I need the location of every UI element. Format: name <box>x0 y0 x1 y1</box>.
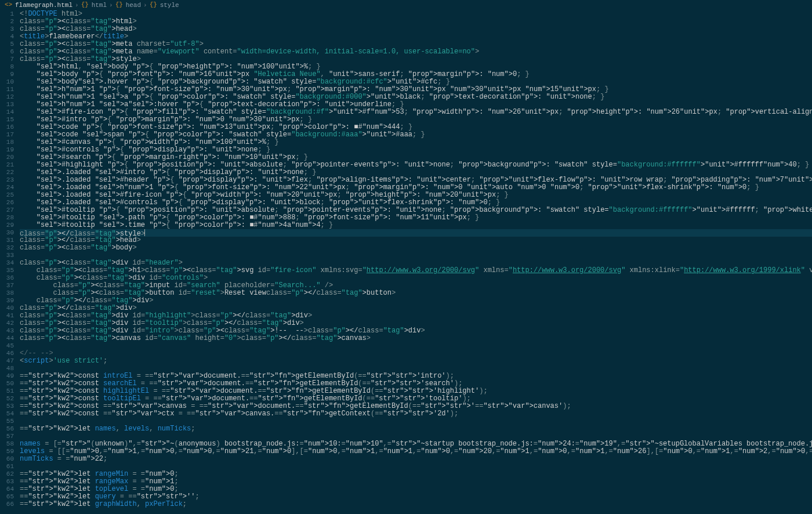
line-number: 24 <box>0 184 14 191</box>
line-number: 54 <box>0 410 14 418</box>
line-number: 49 <box>0 372 14 380</box>
code-editor[interactable]: 1234567891011121314151617181920212223242… <box>0 10 812 514</box>
breadcrumb-label: html <box>92 2 107 9</box>
breadcrumb: <> flamegraph.html › {} html › {} head ›… <box>0 0 812 10</box>
code-area[interactable]: <!DOCTYPE html>class="p"><class="tag">ht… <box>20 10 812 514</box>
breadcrumb-label: style <box>160 2 179 9</box>
line-number: 48 <box>0 365 14 372</box>
code-line[interactable]: =="str">"kw2">let graphWidth, pxPerTick; <box>20 501 812 508</box>
line-number: 39 <box>0 297 14 305</box>
element-icon: {} <box>115 1 124 9</box>
chevron-right-icon: › <box>75 2 79 9</box>
line-number: 3 <box>0 26 14 33</box>
line-number: 62 <box>0 470 14 478</box>
line-number: 38 <box>0 289 14 297</box>
line-number-gutter: 1234567891011121314151617181920212223242… <box>0 10 20 514</box>
code-line[interactable]: <!DOCTYPE html> <box>20 10 812 18</box>
line-number: 17 <box>0 131 14 139</box>
line-number: 57 <box>0 433 14 440</box>
line-number: 5 <box>0 41 14 48</box>
line-number: 51 <box>0 388 14 395</box>
line-number: 11 <box>0 86 14 93</box>
code-line[interactable]: class="p"><class="tag">body> <box>20 244 812 252</box>
line-number: 65 <box>0 493 14 501</box>
line-number: 18 <box>0 139 14 146</box>
line-number: 6 <box>0 48 14 56</box>
line-number: 9 <box>0 71 14 78</box>
breadcrumb-html[interactable]: {} html <box>81 1 107 9</box>
code-line[interactable]: class="p"></class="tag">div> <box>20 297 812 305</box>
code-line[interactable]: numTicks = ="num">22; <box>20 455 812 463</box>
line-number: 28 <box>0 214 14 222</box>
line-number: 36 <box>0 274 14 282</box>
line-number: 34 <box>0 259 14 267</box>
line-number: 27 <box>0 207 14 214</box>
line-number: 23 <box>0 176 14 184</box>
line-number: 32 <box>0 244 14 252</box>
line-number: 15 <box>0 116 14 124</box>
code-line[interactable]: levels = [[="num">0,="num">1,="num">0,="… <box>20 448 812 455</box>
code-line[interactable]: class="p"><class="tag">html> <box>20 18 812 26</box>
line-number: 46 <box>0 350 14 357</box>
line-number: 31 <box>0 237 14 244</box>
chevron-right-icon: › <box>143 2 147 9</box>
line-number: 8 <box>0 63 14 71</box>
code-line[interactable]: "sel">#tooltip "sel">.time "p">{ "prop">… <box>20 222 812 229</box>
line-number: 52 <box>0 395 14 403</box>
line-number: 63 <box>0 478 14 486</box>
element-icon: {} <box>81 1 89 9</box>
code-line[interactable]: </-- --> <box>20 350 812 357</box>
line-number: 59 <box>0 448 14 455</box>
file-icon: <> <box>5 1 13 9</box>
line-number: 56 <box>0 425 14 433</box>
line-number: 58 <box>0 440 14 448</box>
element-icon: {} <box>150 1 158 9</box>
line-number: 20 <box>0 154 14 161</box>
line-number: 2 <box>0 18 14 26</box>
line-number: 30 <box>0 229 14 237</box>
code-line[interactable] <box>20 342 812 350</box>
line-number: 44 <box>0 335 14 342</box>
line-number: 12 <box>0 93 14 101</box>
code-line[interactable]: =="str">"kw2">let names, levels, numTick… <box>20 425 812 433</box>
line-number: 4 <box>0 33 14 41</box>
breadcrumb-label: head <box>126 2 141 9</box>
chevron-right-icon: › <box>109 2 113 9</box>
line-number: 64 <box>0 486 14 493</box>
line-number: 37 <box>0 282 14 289</box>
line-number: 14 <box>0 108 14 116</box>
line-number: 33 <box>0 252 14 259</box>
line-number: 10 <box>0 78 14 86</box>
line-number: 29 <box>0 222 14 229</box>
line-number: 21 <box>0 161 14 169</box>
line-number: 22 <box>0 169 14 176</box>
line-number: 41 <box>0 312 14 320</box>
line-number: 61 <box>0 463 14 470</box>
line-number: 53 <box>0 403 14 410</box>
line-number: 1 <box>0 10 14 18</box>
line-number: 47 <box>0 357 14 365</box>
line-number: 25 <box>0 191 14 199</box>
line-number: 66 <box>0 501 14 508</box>
line-number: 43 <box>0 327 14 335</box>
line-number: 40 <box>0 305 14 312</box>
code-line[interactable]: class="p"></class="tag">head> <box>20 237 812 244</box>
line-number: 26 <box>0 199 14 207</box>
breadcrumb-head[interactable]: {} head <box>115 1 141 9</box>
line-number: 55 <box>0 418 14 425</box>
line-number: 16 <box>0 124 14 131</box>
code-line[interactable]: class="p"><class="tag">head> <box>20 26 812 33</box>
line-number: 7 <box>0 56 14 63</box>
line-number: 60 <box>0 455 14 463</box>
line-number: 13 <box>0 101 14 108</box>
code-line[interactable]: <script>'use strict'; <box>20 357 812 365</box>
line-number: 19 <box>0 146 14 154</box>
breadcrumb-style[interactable]: {} style <box>150 1 179 9</box>
breadcrumb-file-label: flamegraph.html <box>15 2 72 9</box>
line-number: 42 <box>0 320 14 327</box>
code-line[interactable]: =="str">"kw2">const =="str">"var">ctx = … <box>20 410 812 418</box>
line-number: 45 <box>0 342 14 350</box>
breadcrumb-file[interactable]: <> flamegraph.html <box>5 1 72 9</box>
code-line[interactable]: class="p"><class="tag">canvas id="canvas… <box>20 335 812 342</box>
line-number: 35 <box>0 267 14 274</box>
